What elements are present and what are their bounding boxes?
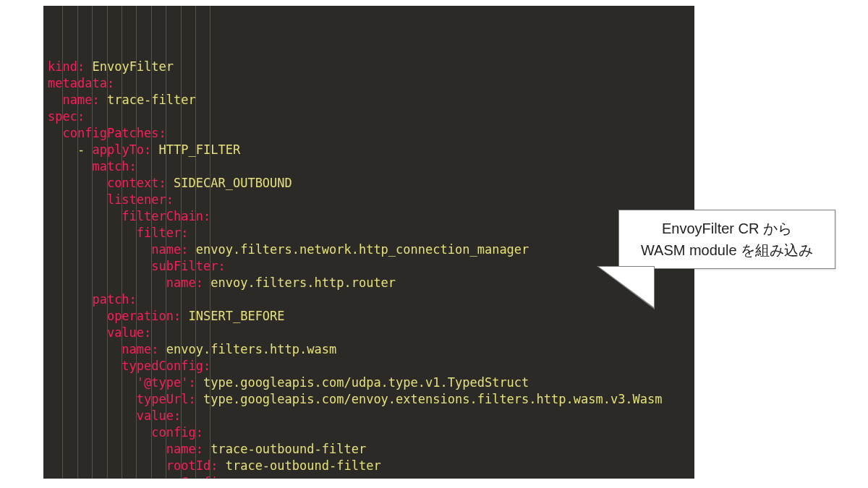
code-line: name: trace-outbound-filter	[48, 441, 690, 458]
code-lines-container: kind: EnvoyFiltermetadata: name: trace-f…	[48, 59, 690, 479]
code-line: typedConfig:	[48, 358, 690, 374]
yaml-code-block: kind: EnvoyFiltermetadata: name: trace-f…	[43, 6, 694, 479]
code-line: metadata:	[48, 75, 690, 92]
code-line: name: envoy.filters.network.http_connect…	[48, 241, 690, 258]
code-line: subFilter:	[48, 258, 690, 275]
code-line: listener:	[48, 192, 690, 208]
code-line: patch:	[48, 291, 690, 308]
callout-box: EnvoyFilter CR から WASM module を組み込み	[618, 210, 835, 269]
code-line: kind: EnvoyFilter	[48, 59, 690, 75]
callout-line-2: WASM module を組み込み	[641, 242, 813, 258]
code-line: context: SIDECAR_OUTBOUND	[48, 175, 690, 192]
annotation-callout: EnvoyFilter CR から WASM module を組み込み	[618, 210, 835, 269]
code-line: value:	[48, 325, 690, 341]
code-line: - applyTo: HTTP_FILTER	[48, 142, 690, 158]
code-line: rootId: trace-outbound-filter	[48, 458, 690, 474]
code-line: match:	[48, 158, 690, 175]
code-line: name: envoy.filters.http.wasm	[48, 341, 690, 358]
code-line: name: envoy.filters.http.router	[48, 275, 690, 291]
code-line: filterChain:	[48, 208, 690, 225]
code-line: spec:	[48, 108, 690, 125]
code-line: vmConfig:	[48, 474, 690, 479]
code-line: config:	[48, 424, 690, 441]
callout-line-1: EnvoyFilter CR から	[662, 221, 792, 236]
code-line: operation: INSERT_BEFORE	[48, 308, 690, 325]
code-line: typeUrl: type.googleapis.com/envoy.exten…	[48, 391, 690, 408]
code-line: value:	[48, 408, 690, 424]
code-line: configPatches:	[48, 125, 690, 142]
code-line: '@type': type.googleapis.com/udpa.type.v…	[48, 374, 690, 391]
code-line: filter:	[48, 225, 690, 241]
code-line: name: trace-filter	[48, 92, 690, 108]
